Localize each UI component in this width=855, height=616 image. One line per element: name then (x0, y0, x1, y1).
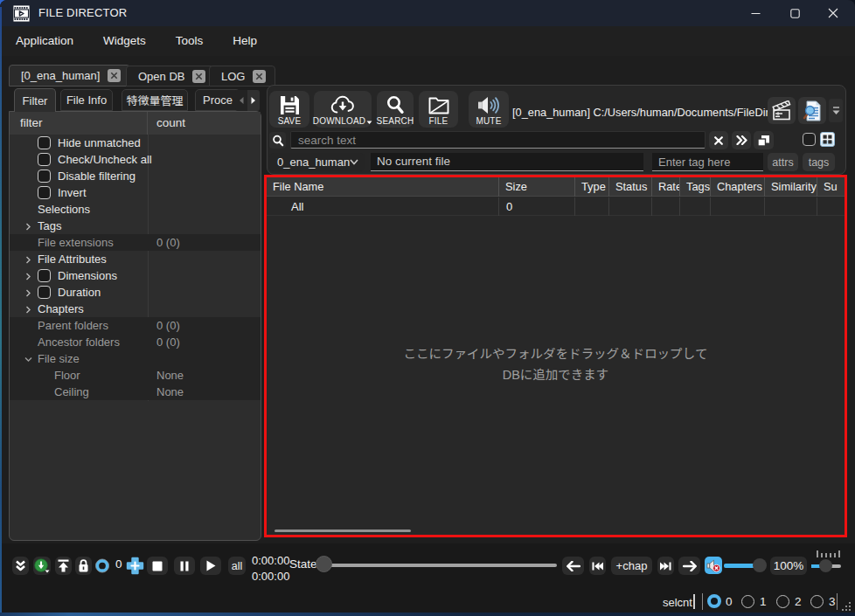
menu-tools[interactable]: Tools (161, 26, 219, 56)
filter-row-selections[interactable]: Selections (10, 201, 261, 218)
filter-row-ancestor-folders[interactable]: Ancestor folders0 (0) (10, 334, 261, 350)
search-input[interactable] (290, 131, 706, 149)
column-header-size[interactable]: Size (499, 177, 575, 197)
menu-application[interactable]: Application (1, 26, 88, 56)
chevron-down-icon[interactable] (24, 352, 38, 366)
collapse-button[interactable] (12, 557, 29, 575)
filter-row-parent-folders[interactable]: Parent folders0 (0) (10, 317, 261, 334)
checkbox-unchecked[interactable] (38, 286, 51, 299)
duplicate-window-button[interactable] (754, 131, 774, 149)
column-header-type[interactable]: Type (575, 177, 609, 197)
chevron-right-icon[interactable] (24, 219, 38, 233)
checkbox-unchecked[interactable] (38, 153, 51, 166)
menu-help[interactable]: Help (218, 26, 272, 56)
filter-row-chapters[interactable]: Chapters (10, 301, 261, 317)
checkbox-unchecked[interactable] (38, 170, 51, 183)
maximize-button[interactable] (775, 0, 814, 26)
tags-button[interactable]: tags (803, 153, 835, 171)
attrs-button[interactable]: attrs (768, 153, 798, 171)
count-column-header[interactable]: count (148, 112, 185, 135)
add-chapter-button[interactable]: +chap (611, 557, 652, 575)
side-tab-proce[interactable]: Proce (195, 89, 240, 111)
selcnt-radio-1[interactable] (741, 595, 754, 608)
db-select[interactable]: 0_ena_human (269, 153, 365, 171)
column-header-file-name[interactable]: File Name (267, 177, 499, 197)
selcnt-radio-2[interactable] (776, 595, 789, 608)
checkbox-unchecked[interactable] (38, 186, 51, 199)
filter-row-dimensions[interactable]: Dimensions (10, 267, 261, 284)
column-header-tags[interactable]: Tags (680, 177, 711, 197)
toolbar-overflow-button[interactable] (829, 99, 843, 122)
pause-button[interactable] (174, 557, 195, 575)
play-button[interactable] (200, 557, 221, 575)
tab-close-button[interactable] (192, 70, 205, 83)
chevron-right-icon[interactable] (24, 269, 38, 283)
resize-grip[interactable] (841, 601, 852, 612)
tab-scroll-left-button[interactable] (235, 90, 247, 111)
current-file-field[interactable]: No current file (371, 153, 643, 171)
doc-tab-log[interactable]: LOG (209, 66, 275, 87)
prev-file-button[interactable] (562, 557, 584, 575)
filter-row-invert[interactable]: Invert (10, 184, 261, 201)
side-tab-filter[interactable]: Filter (14, 88, 56, 112)
filter-row-floor[interactable]: FloorNone (10, 367, 261, 384)
menu-widgets[interactable]: Widgets (88, 26, 161, 56)
chevron-right-icon[interactable] (24, 302, 38, 316)
filter-row-file-attributes[interactable]: File Attributes (10, 251, 261, 267)
search-button[interactable]: SEARCH (377, 91, 414, 128)
chevron-right-icon[interactable] (24, 286, 38, 300)
column-header-chapters[interactable]: Chapters (711, 177, 765, 197)
dpad-button[interactable] (126, 557, 144, 575)
checkbox-unchecked[interactable] (38, 136, 51, 149)
loop-indicator[interactable] (95, 557, 109, 575)
chevron-right-icon[interactable] (24, 253, 38, 266)
next-file-button[interactable] (678, 557, 700, 575)
column-header-similarity[interactable]: Similarity (765, 177, 817, 197)
tab-close-button[interactable] (253, 70, 266, 83)
expand-search-button[interactable] (732, 131, 751, 149)
download-db-button[interactable] (33, 557, 51, 575)
search-option-checkbox[interactable] (803, 133, 816, 146)
minimize-button[interactable] (736, 0, 775, 26)
table-row[interactable]: All0 (267, 197, 845, 216)
filter-row-disable-filtering[interactable]: Disable filtering (10, 168, 261, 184)
filter-row-file-size[interactable]: File size (10, 350, 261, 367)
zoom-level-button[interactable]: 100% (770, 557, 807, 575)
tab-scroll-right-button[interactable] (247, 90, 260, 111)
volume-slider-handle[interactable] (753, 558, 767, 572)
clapperboard-button[interactable] (768, 97, 796, 124)
filter-row-check-uncheck-all[interactable]: Check/Uncheck all (10, 151, 261, 168)
filter-row-file-extensions[interactable]: File extensions0 (0) (10, 234, 261, 251)
seek-slider-handle[interactable] (316, 556, 332, 572)
clear-search-button[interactable] (709, 131, 728, 149)
volume-mute-button[interactable] (705, 557, 722, 574)
selcnt-radio-3[interactable] (810, 595, 824, 608)
upload-button[interactable] (55, 557, 72, 575)
lock-button[interactable] (75, 557, 92, 575)
seek-slider-track[interactable] (317, 564, 557, 567)
filter-row-tags[interactable]: Tags (10, 218, 261, 234)
filter-row-ceiling[interactable]: CeilingNone (10, 384, 261, 400)
filter-row-hide-unmatched[interactable]: Hide unmatched (10, 135, 261, 151)
tab-close-button[interactable] (108, 69, 121, 82)
file-button[interactable]: FILE (419, 91, 458, 128)
close-button[interactable] (814, 0, 852, 26)
side-tab-特徴量管理[interactable]: 特徴量管理 (122, 89, 188, 111)
skip-back-button[interactable] (589, 557, 606, 575)
column-header-rate[interactable]: Rate (652, 177, 680, 197)
download-button[interactable]: DOWNLOAD (314, 91, 372, 128)
filter-column-header[interactable]: filter (10, 112, 148, 135)
column-header-su[interactable]: Su (817, 177, 845, 197)
stop-button[interactable] (147, 557, 168, 575)
checkbox-unchecked[interactable] (38, 269, 51, 282)
doc-search-button[interactable] (798, 97, 826, 124)
doc-tab-open-db[interactable]: Open DB (126, 66, 215, 87)
selcnt-radio-0[interactable] (707, 594, 721, 608)
grid-view-button[interactable] (820, 132, 835, 147)
play-all-button[interactable]: all (228, 557, 246, 575)
column-header-status[interactable]: Status (609, 177, 652, 197)
zoom-slider-handle[interactable] (819, 559, 832, 572)
skip-forward-button[interactable] (657, 557, 674, 575)
tag-input[interactable] (652, 153, 763, 171)
filter-row-duration[interactable]: Duration (10, 284, 261, 301)
